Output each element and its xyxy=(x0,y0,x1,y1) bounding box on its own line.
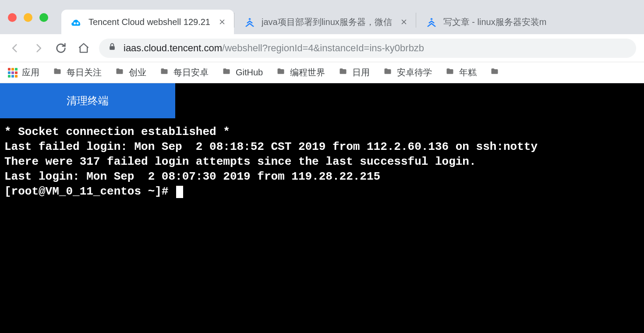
terminal-prompt: [root@VM_0_11_centos ~]# xyxy=(4,185,168,198)
close-window-button[interactable] xyxy=(8,13,17,22)
bookmarks-bar: 应用 每日关注 创业 每日安卓 GitHub 编程世界 日用 安卓待学 年糕 xyxy=(0,62,644,83)
tab-tencent-webshell[interactable]: Tencent Cloud webshell 129.21 xyxy=(61,10,234,34)
back-button[interactable] xyxy=(8,41,23,56)
bookmark-folder[interactable]: 编程世界 xyxy=(276,67,325,78)
bookmark-label: 每日安卓 xyxy=(173,67,209,78)
browser-tab-strip: Tencent Cloud webshell 129.21 java项目部署到l… xyxy=(0,0,644,34)
bookmark-label: GitHub xyxy=(236,67,263,78)
bookmark-folder[interactable]: 每日安卓 xyxy=(159,67,209,78)
folder-icon xyxy=(222,67,231,78)
terminal-line: * Socket connection established * xyxy=(4,125,230,138)
bookmark-label: 安卓待学 xyxy=(397,67,432,78)
bookmark-folder[interactable]: 创业 xyxy=(115,67,146,78)
apps-label: 应用 xyxy=(22,67,39,78)
juejin-icon xyxy=(244,16,255,28)
tab-label: Tencent Cloud webshell 129.21 xyxy=(88,17,210,27)
svg-rect-2 xyxy=(110,46,115,50)
reload-button[interactable] xyxy=(53,41,68,56)
folder-icon xyxy=(383,67,393,78)
home-button[interactable] xyxy=(76,41,91,56)
webshell-toolbar: 清理终端 xyxy=(0,83,644,118)
tab-label: 写文章 - linux服务器安装m xyxy=(443,16,547,28)
browser-toolbar: iaas.cloud.tencent.com/webshell?regionId… xyxy=(0,34,644,62)
apps-shortcut[interactable]: 应用 xyxy=(8,67,39,78)
address-bar[interactable]: iaas.cloud.tencent.com/webshell?regionId… xyxy=(99,39,636,58)
terminal-line: There were 317 failed login attempts sin… xyxy=(4,155,476,168)
svg-point-1 xyxy=(77,22,79,25)
bookmark-folder[interactable]: 日用 xyxy=(338,67,370,78)
minimize-window-button[interactable] xyxy=(24,13,32,22)
bookmark-folder-more[interactable] xyxy=(490,67,499,78)
tab-java-deploy-article[interactable]: java项目部署到linux服务器，微信 xyxy=(234,10,416,34)
folder-icon xyxy=(115,67,124,78)
bookmark-label: 年糕 xyxy=(459,67,477,78)
bookmark-label: 编程世界 xyxy=(290,67,325,78)
folder-icon xyxy=(338,67,348,78)
folder-icon xyxy=(159,67,169,78)
tencent-cloud-icon xyxy=(71,16,82,28)
bookmark-folder[interactable]: 每日关注 xyxy=(53,67,102,78)
tab-label: java项目部署到linux服务器，微信 xyxy=(262,16,392,28)
folder-icon xyxy=(445,67,455,78)
bookmark-label: 日用 xyxy=(352,67,370,78)
window-controls xyxy=(8,13,48,22)
terminal-line: Last login: Mon Sep 2 08:07:30 2019 from… xyxy=(4,170,380,183)
folder-icon xyxy=(490,67,499,78)
apps-grid-icon xyxy=(8,68,18,78)
terminal-line: Last failed login: Mon Sep 2 08:18:52 CS… xyxy=(4,140,538,153)
terminal-cursor xyxy=(176,186,183,198)
maximize-window-button[interactable] xyxy=(39,13,48,22)
svg-point-0 xyxy=(74,22,76,25)
close-tab-icon[interactable] xyxy=(400,18,408,26)
bookmark-label: 创业 xyxy=(129,67,146,78)
bookmark-folder[interactable]: 年糕 xyxy=(445,67,477,78)
close-tab-icon[interactable] xyxy=(218,18,226,26)
folder-icon xyxy=(53,67,62,78)
bookmark-folder[interactable]: GitHub xyxy=(222,67,263,78)
terminal[interactable]: * Socket connection established * Last f… xyxy=(0,118,644,333)
tab-write-article[interactable]: 写文章 - linux服务器安装m xyxy=(416,10,555,34)
bookmark-folder[interactable]: 安卓待学 xyxy=(383,67,432,78)
url-text: iaas.cloud.tencent.com/webshell?regionId… xyxy=(124,43,424,54)
bookmark-label: 每日关注 xyxy=(67,67,102,78)
url-path: /webshell?regionId=4&instanceId=ins-ky0b… xyxy=(222,43,424,53)
clear-terminal-label: 清理终端 xyxy=(67,94,109,108)
folder-icon xyxy=(276,67,286,78)
clear-terminal-button[interactable]: 清理终端 xyxy=(0,83,175,118)
juejin-icon xyxy=(426,16,437,28)
tabs-container: Tencent Cloud webshell 129.21 java项目部署到l… xyxy=(61,8,554,34)
forward-button[interactable] xyxy=(31,41,46,56)
url-host: iaas.cloud.tencent.com xyxy=(124,43,222,53)
lock-icon xyxy=(108,43,117,54)
